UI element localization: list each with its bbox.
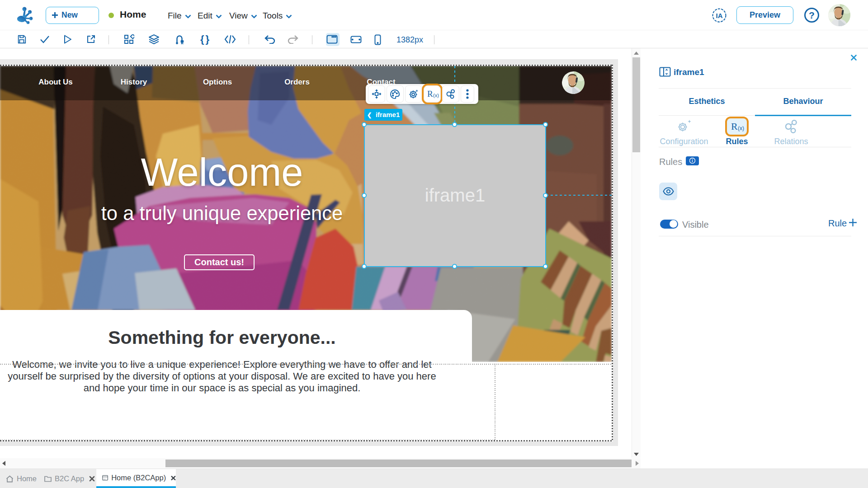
- svg-text:(x): (x): [738, 125, 744, 131]
- svg-text:R: R: [731, 121, 738, 132]
- svg-text:R: R: [427, 89, 433, 99]
- svg-text:(x): (x): [433, 93, 439, 98]
- svg-text:IA: IA: [716, 12, 723, 19]
- svg-text:?: ?: [809, 10, 815, 20]
